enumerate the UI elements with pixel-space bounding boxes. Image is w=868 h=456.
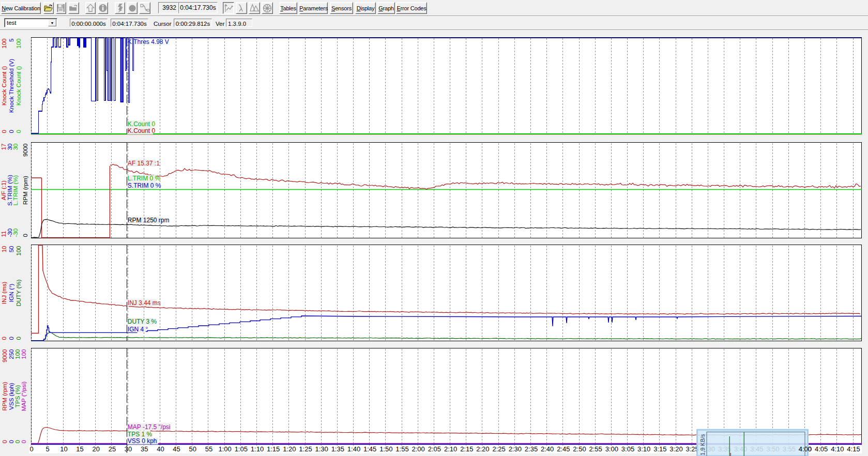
- svg-text:4:15: 4:15: [847, 445, 860, 453]
- svg-text:AF 15.37 :1: AF 15.37 :1: [128, 160, 160, 167]
- svg-text:1,9 KB/s: 1,9 KB/s: [699, 434, 706, 455]
- svg-text:VSS (kph): VSS (kph): [8, 383, 14, 410]
- svg-text:RPM (rpm): RPM (rpm): [2, 382, 8, 411]
- svg-text:S.TRIM 0 %: S.TRIM 0 %: [128, 182, 161, 189]
- svg-text:1:15: 1:15: [267, 445, 280, 453]
- svg-text:30: 30: [12, 144, 19, 150]
- svg-text:L.TRIM 0 %: L.TRIM 0 %: [128, 175, 161, 182]
- svg-text:2:55: 2:55: [589, 445, 602, 453]
- svg-text:0: 0: [8, 440, 14, 443]
- svg-text:1:50: 1:50: [379, 445, 392, 453]
- svg-text:K.Thres 4.98 V: K.Thres 4.98 V: [128, 38, 169, 45]
- svg-text:5: 5: [46, 445, 50, 453]
- svg-text:MAP ("/psi): MAP ("/psi): [21, 382, 27, 412]
- svg-text:1:25: 1:25: [299, 445, 312, 453]
- svg-text:100: 100: [1, 39, 7, 49]
- svg-text:4:10: 4:10: [831, 445, 844, 453]
- svg-text:K.Count 0: K.Count 0: [128, 127, 156, 134]
- svg-text:VSS 0 kph: VSS 0 kph: [128, 437, 157, 445]
- svg-text:TPS (%): TPS (%): [14, 385, 21, 408]
- svg-text:0: 0: [8, 130, 14, 133]
- svg-text:100: 100: [21, 349, 27, 359]
- svg-text:MAP -17.5 "/psi: MAP -17.5 "/psi: [128, 423, 171, 431]
- svg-text:1:20: 1:20: [283, 445, 296, 453]
- svg-text:2:45: 2:45: [557, 445, 570, 453]
- svg-text:Knock Count (): Knock Count (): [16, 66, 22, 105]
- svg-text:S.TRIM (%): S.TRIM (%): [7, 175, 13, 206]
- svg-text:50: 50: [189, 445, 196, 453]
- svg-text:30: 30: [7, 144, 13, 150]
- svg-text:2:10: 2:10: [444, 445, 457, 453]
- svg-text:1:45: 1:45: [363, 445, 376, 453]
- svg-text:2:00: 2:00: [412, 445, 425, 453]
- svg-text:L.TRIM (%): L.TRIM (%): [12, 175, 19, 205]
- svg-text:1:30: 1:30: [315, 445, 328, 453]
- svg-text:0: 0: [21, 440, 27, 443]
- svg-text:0: 0: [14, 440, 21, 443]
- svg-text:0: 0: [8, 337, 14, 340]
- svg-text:1:40: 1:40: [347, 445, 360, 453]
- svg-text:11: 11: [1, 231, 7, 237]
- svg-text:2:40: 2:40: [541, 445, 554, 453]
- svg-text:3:00: 3:00: [605, 445, 618, 453]
- svg-text:IGN 4 °: IGN 4 °: [128, 326, 148, 333]
- svg-text:0: 0: [16, 337, 22, 340]
- svg-text:3:15: 3:15: [653, 445, 666, 453]
- svg-text:-30: -30: [7, 229, 13, 237]
- svg-text:2:05: 2:05: [428, 445, 441, 453]
- svg-text:0: 0: [1, 130, 7, 133]
- svg-text:55: 55: [205, 445, 212, 453]
- svg-text:2:25: 2:25: [492, 445, 505, 453]
- svg-text:1:55: 1:55: [395, 445, 408, 453]
- svg-text:10: 10: [60, 445, 67, 453]
- svg-text:2:15: 2:15: [460, 445, 473, 453]
- svg-text:0: 0: [1, 337, 7, 340]
- svg-text:DUTY (%): DUTY (%): [16, 279, 22, 306]
- svg-text:100: 100: [16, 39, 22, 49]
- svg-text:Knock Count (): Knock Count (): [1, 66, 7, 105]
- svg-text:Knock Threshold (V): Knock Threshold (V): [8, 59, 14, 113]
- svg-text:30: 30: [125, 445, 132, 453]
- svg-text:4:05: 4:05: [815, 445, 828, 453]
- svg-text:15: 15: [76, 445, 83, 453]
- svg-text:250: 250: [8, 349, 14, 359]
- svg-text:RPM 1250 rpm: RPM 1250 rpm: [128, 217, 170, 224]
- svg-text:45: 45: [173, 445, 180, 453]
- svg-text:17: 17: [1, 144, 7, 150]
- svg-text:2:20: 2:20: [476, 445, 489, 453]
- svg-text:A/F (:1): A/F (:1): [1, 180, 7, 201]
- svg-text:INJ 3.44 ms: INJ 3.44 ms: [128, 299, 161, 307]
- svg-text:100: 100: [14, 349, 21, 359]
- svg-text:TPS 1 %: TPS 1 %: [128, 431, 153, 438]
- svg-text:1:35: 1:35: [331, 445, 344, 453]
- svg-text:5: 5: [8, 39, 14, 42]
- svg-text:2:35: 2:35: [525, 445, 538, 453]
- svg-text:0: 0: [22, 234, 28, 237]
- svg-text:0: 0: [29, 445, 33, 453]
- svg-text:10: 10: [1, 246, 7, 253]
- svg-text:35: 35: [141, 445, 148, 453]
- svg-text:40: 40: [157, 445, 164, 453]
- svg-text:1:05: 1:05: [235, 445, 248, 453]
- svg-text:-30: -30: [12, 229, 19, 237]
- svg-text:3:05: 3:05: [621, 445, 634, 453]
- svg-text:1:00: 1:00: [218, 445, 231, 453]
- svg-text:2:30: 2:30: [509, 445, 522, 453]
- svg-text:INJ (ms): INJ (ms): [1, 282, 7, 305]
- svg-text:4:00: 4:00: [799, 445, 812, 453]
- svg-text:100: 100: [16, 246, 22, 256]
- svg-text:3:20: 3:20: [669, 445, 682, 453]
- svg-text:25: 25: [109, 445, 116, 453]
- svg-text:0: 0: [16, 130, 22, 133]
- svg-text:K.Count 0: K.Count 0: [128, 120, 156, 128]
- svg-text:3:10: 3:10: [637, 445, 650, 453]
- svg-text:0: 0: [2, 440, 8, 443]
- svg-text:20: 20: [92, 445, 99, 453]
- svg-text:RPM (rpm): RPM (rpm): [22, 176, 28, 205]
- svg-text:IGN (°): IGN (°): [8, 283, 14, 302]
- svg-text:2:50: 2:50: [573, 445, 586, 453]
- svg-text:9000: 9000: [22, 144, 28, 157]
- svg-text:50: 50: [8, 246, 14, 253]
- svg-text:1:10: 1:10: [251, 445, 264, 453]
- svg-text:9000: 9000: [2, 349, 8, 363]
